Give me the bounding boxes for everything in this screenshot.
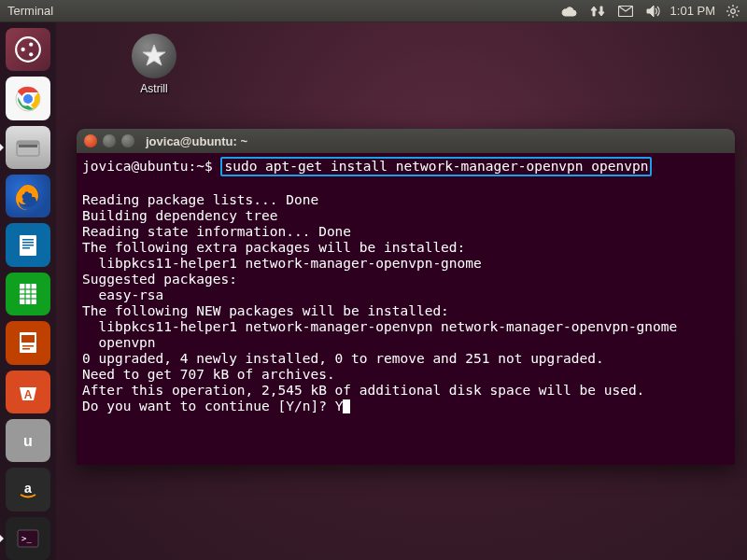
- svg-point-12: [29, 43, 33, 47]
- svg-rect-24: [22, 239, 34, 241]
- launcher-terminal[interactable]: >_: [6, 517, 50, 560]
- terminal-output-line: easy-rsa: [82, 287, 163, 302]
- launcher-ubuntu-one[interactable]: u: [6, 419, 50, 462]
- window-controls: [84, 134, 134, 147]
- terminal-output-line: 0 upgraded, 4 newly installed, 0 to remo…: [82, 351, 604, 366]
- terminal-window[interactable]: jovica@ubuntu: ~ jovica@ubuntu:~$ sudo a…: [77, 129, 735, 465]
- svg-rect-36: [22, 345, 34, 347]
- terminal-output-line: After this operation, 2,545 kB of additi…: [82, 383, 644, 398]
- svg-line-6: [728, 7, 730, 8]
- svg-point-13: [29, 52, 33, 56]
- network-updown-icon[interactable]: [590, 5, 605, 18]
- svg-text:u: u: [23, 433, 33, 449]
- svg-line-9: [728, 14, 730, 16]
- svg-text:>_: >_: [21, 534, 32, 543]
- terminal-cursor: [343, 399, 350, 413]
- svg-line-8: [736, 7, 738, 8]
- window-titlebar[interactable]: jovica@ubuntu: ~: [77, 129, 735, 153]
- svg-line-7: [736, 14, 738, 16]
- terminal-output-line: openvpn: [82, 335, 156, 350]
- terminal-output-line: Reading package lists... Done: [82, 192, 318, 207]
- terminal-output-line: Building dependency tree: [82, 208, 278, 223]
- svg-rect-26: [22, 245, 34, 246]
- svg-rect-21: [19, 145, 37, 147]
- terminal-output-line: Suggested packages:: [82, 272, 237, 287]
- terminal-user-input: Y: [335, 399, 344, 413]
- terminal-output-line: libpkcs11-helper1 network-manager-openvp…: [82, 319, 677, 334]
- svg-rect-25: [22, 242, 34, 244]
- terminal-prompt-suffix: $: [204, 159, 213, 174]
- window-maximize-button[interactable]: [121, 134, 134, 147]
- gear-icon[interactable]: [726, 5, 740, 18]
- terminal-prompt-user: jovica@ubuntu: [82, 159, 189, 174]
- launcher-dash[interactable]: [6, 28, 50, 71]
- svg-point-10: [16, 37, 40, 62]
- svg-point-1: [731, 8, 736, 13]
- star-icon: [132, 34, 176, 78]
- terminal-output-line: Need to get 707 kB of archives.: [82, 367, 335, 382]
- terminal-body[interactable]: jovica@ubuntu:~$ sudo apt-get install ne…: [77, 153, 735, 418]
- terminal-continue-prompt: Do you want to continue [Y/n]?: [82, 399, 335, 413]
- launcher-calc[interactable]: [6, 273, 50, 315]
- terminal-output-line: Reading state information... Done: [82, 224, 351, 239]
- launcher-amazon[interactable]: a: [6, 468, 50, 511]
- svg-rect-27: [22, 247, 30, 249]
- window-minimize-button[interactable]: [103, 134, 116, 147]
- svg-marker-43: [143, 45, 165, 65]
- unity-launcher: A u a >_: [0, 22, 56, 560]
- terminal-command: sudo apt-get install network-manager-ope…: [220, 157, 652, 176]
- terminal-prompt-path: ~: [196, 159, 204, 174]
- launcher-writer[interactable]: [6, 223, 50, 266]
- svg-text:A: A: [24, 388, 33, 401]
- clock[interactable]: 1:01 PM: [670, 4, 715, 18]
- svg-rect-37: [22, 348, 30, 350]
- launcher-impress[interactable]: [6, 321, 50, 364]
- mail-icon[interactable]: [618, 6, 633, 17]
- weather-cloud-icon[interactable]: [560, 6, 577, 17]
- terminal-output-line: The following extra packages will be ins…: [82, 240, 465, 255]
- top-menubar: Terminal 1:01 PM: [0, 0, 747, 22]
- window-close-button[interactable]: [84, 134, 97, 147]
- launcher-firefox[interactable]: [6, 175, 50, 217]
- svg-text:a: a: [24, 481, 32, 496]
- volume-icon[interactable]: [646, 5, 661, 18]
- desktop-icon-astrill[interactable]: Astrill: [117, 34, 191, 95]
- window-title: jovica@ubuntu: ~: [146, 134, 247, 148]
- svg-point-11: [21, 48, 25, 51]
- svg-rect-20: [17, 141, 39, 145]
- launcher-software-center[interactable]: A: [6, 371, 50, 413]
- launcher-files[interactable]: [6, 126, 50, 169]
- terminal-output-line: libpkcs11-helper1 network-manager-openvp…: [82, 256, 482, 271]
- svg-rect-35: [21, 335, 35, 343]
- terminal-output-line: The following NEW packages will be insta…: [82, 303, 449, 318]
- launcher-chrome[interactable]: [6, 77, 50, 119]
- desktop-icon-label: Astrill: [140, 82, 167, 95]
- active-app-title: Terminal: [7, 4, 53, 18]
